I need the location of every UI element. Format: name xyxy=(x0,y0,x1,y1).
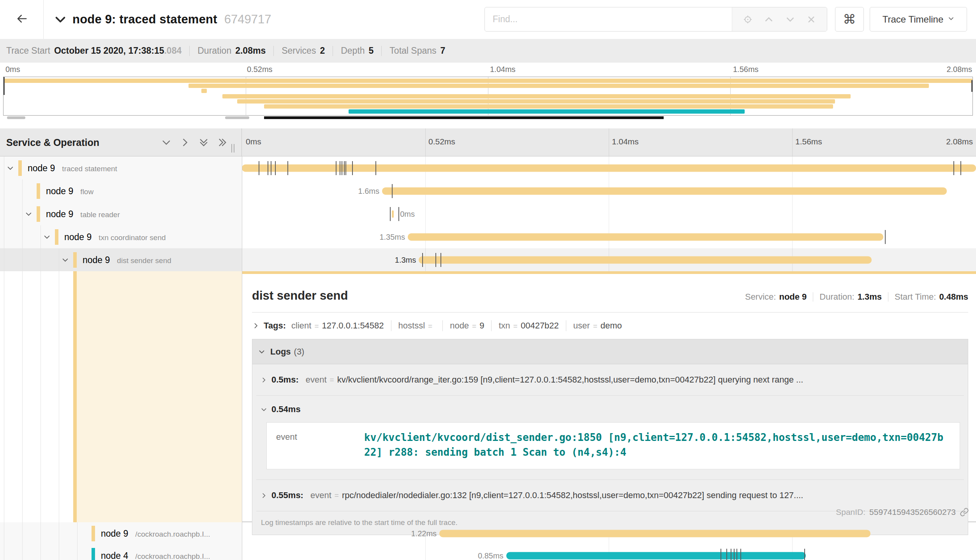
span-name-cell[interactable]: node 4/cockroach.roachpb.I... xyxy=(0,544,242,560)
span-row[interactable]: node 9flow1.6ms xyxy=(0,179,976,202)
find-input[interactable] xyxy=(485,7,732,31)
ruler-tick-label: 2.08ms xyxy=(946,137,973,146)
divider xyxy=(813,292,813,302)
log-entry-expanded: 0.54ms event kv/kvclient/kvcoord/dist_se… xyxy=(256,396,964,480)
span-row[interactable]: node 9/cockroach.roachpb.I...1.22ms xyxy=(0,522,976,544)
tree-guide-line xyxy=(59,522,59,544)
chevron-down-icon[interactable] xyxy=(7,165,14,171)
log-entry-header[interactable]: 0.54ms xyxy=(261,404,960,414)
span-row[interactable]: node 9traced statement xyxy=(0,156,976,179)
expand-one-chevron-right-icon[interactable] xyxy=(180,138,190,147)
span-name-cell[interactable]: node 9dist sender send xyxy=(0,248,242,271)
tag-value: 127.0.0.1:54582 xyxy=(322,321,384,331)
span-name-cell[interactable]: node 9traced statement xyxy=(0,156,242,179)
start-time-value: 0.48ms xyxy=(939,292,968,302)
tag-item[interactable]: client=127.0.0.1:54582 xyxy=(291,321,384,331)
link-icon[interactable] xyxy=(960,507,969,517)
minimap-span-bar xyxy=(222,94,850,98)
span-bar[interactable] xyxy=(419,256,872,263)
log-entry[interactable]: 0.55ms: event = rpc/nodedialer/nodediale… xyxy=(256,480,964,511)
logs-title: Logs xyxy=(270,347,291,357)
log-marker-tick xyxy=(398,207,399,221)
tag-item[interactable]: node=9 xyxy=(450,321,484,331)
log-timestamp: 0.55ms: xyxy=(271,490,303,500)
span-name-cell[interactable]: node 9table reader xyxy=(0,202,242,225)
tag-key: user xyxy=(573,321,590,331)
span-duration-label: 0ms xyxy=(400,209,415,218)
log-marker-tick xyxy=(726,549,727,560)
span-row[interactable]: node 4/cockroach.roachpb.I...0.85ms xyxy=(0,544,976,560)
expand-all-double-chevron-right-icon[interactable] xyxy=(218,138,227,147)
service-color-strip xyxy=(73,252,77,268)
next-match-chevron-down-icon[interactable] xyxy=(784,14,796,25)
span-timeline-track[interactable]: 1.35ms xyxy=(242,225,976,248)
prev-match-chevron-up-icon[interactable] xyxy=(763,14,775,25)
span-row[interactable]: node 9txn coordinator send1.35ms xyxy=(0,225,976,248)
tag-item[interactable]: hostssl= xyxy=(398,321,436,331)
operation-name: traced statement xyxy=(62,164,117,172)
clear-search-icon[interactable] xyxy=(805,14,817,25)
span-row[interactable]: node 9table reader0ms xyxy=(0,202,976,225)
service-name: node 9txn coordinator send xyxy=(64,232,166,242)
service-name: node 4/cockroach.roachpb.I... xyxy=(101,550,210,560)
keyboard-shortcuts-button[interactable]: ⌘ xyxy=(835,7,864,32)
log-marker-tick xyxy=(885,230,886,244)
column-resizer-grip[interactable] xyxy=(231,144,234,153)
service-color-strip xyxy=(18,160,22,176)
chevron-right-icon xyxy=(261,377,267,383)
span-bar[interactable] xyxy=(382,187,947,195)
service-name: node 9dist sender send xyxy=(83,255,171,265)
span-name-cell[interactable]: node 9flow xyxy=(0,179,242,202)
span-timeline-track[interactable]: 1.6ms xyxy=(242,179,976,202)
tree-guide-line xyxy=(41,248,41,271)
span-duration-label: 1.22ms xyxy=(411,529,437,538)
minimap-right-scrubber[interactable] xyxy=(971,80,972,92)
log-marker-tick xyxy=(345,161,346,175)
tree-guide-line xyxy=(59,544,59,560)
log-entry[interactable]: 0.5ms: event = kv/kvclient/kvcoord/range… xyxy=(256,364,964,396)
collapse-all-double-chevron-down-icon[interactable] xyxy=(199,138,208,147)
minimap-track-piece xyxy=(7,116,25,119)
chevron-right-icon xyxy=(253,323,259,329)
operation-name: /cockroach.roachpb.I... xyxy=(135,530,210,538)
span-timeline-track[interactable]: 1.3ms xyxy=(242,248,976,271)
tree-guide-line xyxy=(59,248,59,271)
span-duration-label: 1.6ms xyxy=(358,186,379,195)
page-title: node 9: traced statement xyxy=(72,12,217,26)
span-bar[interactable] xyxy=(408,233,883,241)
tag-item[interactable]: txn=00427b22 xyxy=(499,321,558,331)
minimap-left-scrubber[interactable] xyxy=(4,77,5,95)
trace-view-selector[interactable]: Trace Timeline xyxy=(870,7,967,32)
chevron-down-icon[interactable] xyxy=(55,14,66,25)
span-timeline-track[interactable]: 1.22ms xyxy=(242,522,976,544)
span-timeline-track[interactable]: 0ms xyxy=(242,202,976,225)
chevron-down-icon[interactable] xyxy=(44,233,50,240)
tree-guide-line xyxy=(4,522,4,544)
logs-header[interactable]: Logs (3) xyxy=(252,339,968,364)
focus-target-icon[interactable] xyxy=(742,14,754,25)
column-divider[interactable] xyxy=(242,156,242,560)
tag-item[interactable]: user=demo xyxy=(573,321,622,331)
tree-guide-line xyxy=(22,544,23,560)
span-bar[interactable] xyxy=(439,530,870,537)
duration-value: 2.08ms xyxy=(235,46,266,56)
collapse-one-chevron-down-icon[interactable] xyxy=(162,138,171,147)
span-timeline-track[interactable] xyxy=(242,156,976,179)
chevron-down-icon[interactable] xyxy=(25,211,32,217)
span-timeline-track[interactable]: 0.85ms xyxy=(242,544,976,560)
tree-guide-line xyxy=(22,271,23,522)
log-marker-tick xyxy=(375,161,376,175)
chevron-down-icon[interactable] xyxy=(62,256,69,263)
depth-label: Depth xyxy=(341,46,365,56)
tags-row[interactable]: Tags: client=127.0.0.1:54582hostssl=node… xyxy=(252,319,968,333)
span-name-cell[interactable]: node 9txn coordinator send xyxy=(0,225,242,248)
back-button[interactable] xyxy=(0,0,44,39)
span-row[interactable]: node 9dist sender send1.3ms xyxy=(0,248,976,271)
minimap-scroll-thumb[interactable] xyxy=(264,116,664,119)
span-bar[interactable] xyxy=(506,552,806,559)
minimap-canvas[interactable] xyxy=(3,77,973,116)
ruler-gridline xyxy=(792,128,793,156)
tree-guide-line xyxy=(4,271,4,522)
span-name-cell[interactable]: node 9/cockroach.roachpb.I... xyxy=(0,522,242,544)
span-bar[interactable] xyxy=(392,210,394,218)
